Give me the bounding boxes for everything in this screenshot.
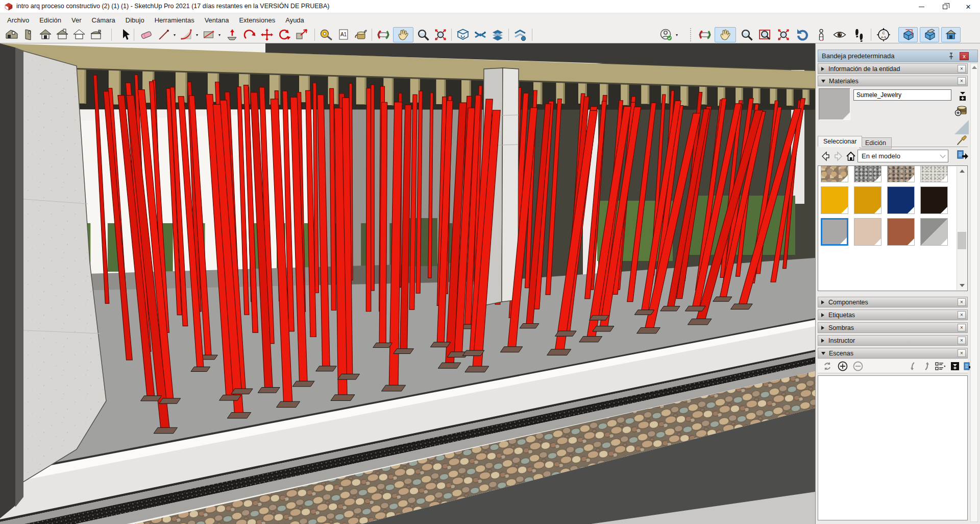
section-close-icon[interactable]: ×	[958, 311, 966, 319]
section-close-icon[interactable]: ×	[958, 337, 966, 344]
line-dropdown-caret[interactable]: ▾	[172, 33, 177, 37]
material-name-input[interactable]	[853, 89, 951, 101]
pan-icon[interactable]	[393, 27, 413, 42]
face-style-xray-icon[interactable]	[898, 27, 918, 42]
view-back-icon[interactable]	[71, 27, 87, 42]
zoom-extents-icon[interactable]	[433, 27, 448, 42]
material-swatch-default-material[interactable]	[920, 218, 948, 246]
sign-in-icon[interactable]	[658, 27, 674, 42]
orbit-camera-icon[interactable]	[697, 27, 713, 42]
create-material-icon[interactable]	[953, 103, 969, 118]
section-cut-icon[interactable]	[473, 27, 488, 42]
arc-icon[interactable]	[179, 27, 194, 42]
show-details-icon[interactable]	[949, 361, 961, 372]
section-close-icon[interactable]: ×	[958, 65, 966, 73]
view-right-icon[interactable]	[55, 27, 70, 42]
rotate-icon[interactable]	[277, 27, 292, 42]
section-escenas[interactable]: Escenas×	[818, 348, 968, 359]
tray-header[interactable]: Bandeja predeterminada x	[818, 50, 978, 62]
menu-edicion[interactable]: Edición	[34, 14, 66, 26]
pin-icon[interactable]	[947, 52, 955, 60]
material-swatch-gravel-gray[interactable]	[854, 165, 881, 182]
minimize-button[interactable]	[910, 0, 933, 13]
look-around-icon[interactable]	[832, 27, 847, 42]
orbit-icon[interactable]	[376, 27, 391, 42]
pan-camera-icon[interactable]	[715, 27, 736, 42]
zoom-camera-icon[interactable]	[739, 27, 754, 42]
walk-icon[interactable]	[851, 27, 867, 42]
restore-button[interactable]	[933, 0, 957, 13]
face-style-shaded-icon[interactable]	[920, 27, 939, 42]
select-icon[interactable]	[117, 27, 133, 42]
axes-icon[interactable]: CA-S	[876, 27, 891, 42]
view-left-icon[interactable]	[88, 27, 104, 42]
face-style-textured-icon[interactable]	[941, 27, 961, 42]
zoom-window-icon[interactable]	[757, 27, 773, 42]
zoom-extents-camera-icon[interactable]	[776, 27, 791, 42]
eraser-icon[interactable]	[139, 27, 154, 42]
scroll-thumb[interactable]	[958, 232, 966, 249]
material-swatch-color-navy[interactable]	[887, 186, 915, 214]
home-icon[interactable]	[845, 151, 856, 162]
section-plane-icon[interactable]	[455, 27, 471, 42]
material-swatch-color-yellow[interactable]	[821, 186, 848, 214]
forward-arrow-icon[interactable]	[833, 151, 844, 162]
details-arrow-icon[interactable]	[955, 149, 969, 162]
material-swatch-gravel-mixed[interactable]	[887, 165, 915, 182]
scale-icon[interactable]	[294, 27, 309, 42]
view-top-icon[interactable]	[21, 27, 36, 42]
section-instructor[interactable]: Instructor×	[818, 335, 968, 346]
material-swatch-color-beige[interactable]	[854, 218, 881, 246]
move-icon[interactable]	[259, 27, 275, 42]
tray-scrollbar[interactable]	[970, 63, 978, 522]
section-materiales[interactable]: Materiales×	[818, 76, 968, 86]
add-scene-icon[interactable]	[837, 361, 848, 372]
scenes-list[interactable]	[818, 375, 968, 520]
menu-dibujo[interactable]: Dibujo	[120, 14, 150, 26]
menu-extensiones[interactable]: Extensiones	[234, 14, 280, 26]
zoom-icon[interactable]	[415, 27, 431, 42]
zoom-previous-icon[interactable]	[794, 27, 810, 42]
arc-dropdown-caret[interactable]: ▾	[194, 33, 200, 37]
text-icon[interactable]: A1	[336, 27, 351, 42]
material-swatch-gravel-pebbles[interactable]	[821, 165, 848, 182]
section-componentes[interactable]: Componentes×	[818, 297, 968, 307]
section-close-icon[interactable]: ×	[958, 77, 966, 85]
rectangle-dropdown-caret[interactable]: ▾	[217, 33, 222, 37]
collection-dropdown[interactable]: En el modelo	[857, 150, 948, 162]
line-icon[interactable]	[156, 27, 172, 42]
remove-scene-icon[interactable]	[852, 361, 864, 372]
menu-ver[interactable]: Ver	[66, 14, 87, 26]
move-scene-up-icon[interactable]	[921, 361, 932, 372]
back-arrow-icon[interactable]	[820, 151, 831, 162]
materials-scrollbar[interactable]	[957, 166, 967, 290]
material-swatch-color-amber[interactable]	[854, 186, 881, 214]
menu-ventana[interactable]: Ventana	[200, 14, 234, 26]
display-secondary-pane-icon[interactable]	[958, 90, 967, 102]
follow-me-icon[interactable]	[242, 27, 257, 42]
menu-camara[interactable]: Cámara	[87, 14, 120, 26]
tray-close-icon[interactable]: x	[960, 52, 969, 60]
view-front-icon[interactable]	[38, 27, 53, 42]
section-display-icon[interactable]	[512, 27, 528, 42]
material-swatch-color-dark-brown[interactable]	[920, 186, 948, 214]
eyedropper-icon[interactable]	[955, 134, 968, 147]
section-etiquetas[interactable]: Etiquetas×	[818, 309, 968, 320]
tab-seleccionar[interactable]: Seleccionar	[818, 136, 862, 147]
material-swatch-speckle-light[interactable]	[920, 165, 948, 182]
material-swatch-color-gray[interactable]	[821, 218, 848, 246]
section-sombras[interactable]: Sombras×	[818, 322, 968, 333]
rectangle-icon[interactable]	[201, 27, 216, 42]
menu-herramientas[interactable]: Herramientas	[150, 14, 200, 26]
view-options-icon[interactable]	[934, 361, 945, 372]
update-scene-icon[interactable]	[822, 361, 833, 372]
sign-in-dropdown-caret[interactable]: ▾	[674, 33, 679, 37]
section-close-icon[interactable]: ×	[958, 349, 966, 357]
paint-bucket-icon[interactable]	[353, 27, 369, 42]
push-pull-icon[interactable]	[225, 27, 240, 42]
section-close-icon[interactable]: ×	[958, 324, 966, 331]
close-button[interactable]: ✕	[957, 0, 980, 13]
section-informacio-n-de-la-entidad[interactable]: Información de la entidad×	[818, 63, 968, 74]
model-viewport[interactable]	[0, 43, 815, 524]
menu-archivo[interactable]: Archivo	[2, 14, 34, 26]
